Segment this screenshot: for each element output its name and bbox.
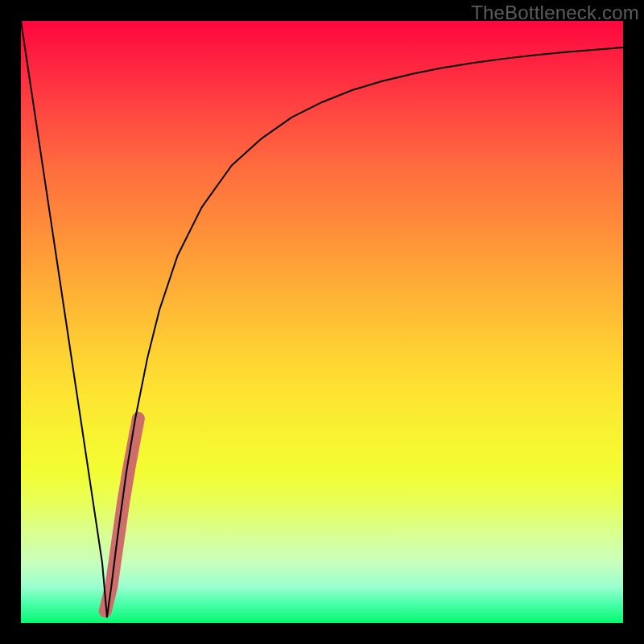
plot-area bbox=[21, 21, 623, 623]
chart-container: TheBottleneck.com bbox=[0, 0, 644, 644]
curves-svg bbox=[21, 21, 623, 623]
watermark-text: TheBottleneck.com bbox=[471, 2, 639, 24]
main-curve bbox=[21, 21, 623, 617]
highlight-segment bbox=[105, 419, 138, 611]
